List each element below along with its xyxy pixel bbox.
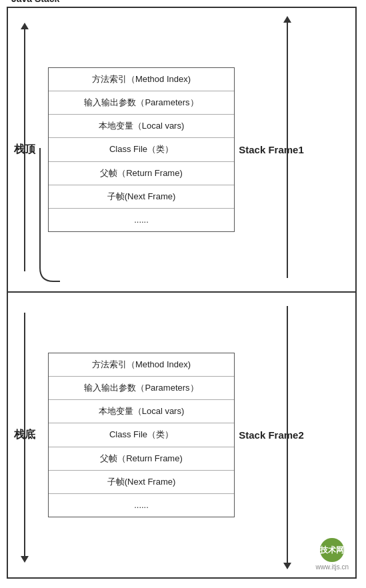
frame2-row-2: 本地变量（Local vars) <box>49 400 234 423</box>
stack-bottom-label-area: 栈底 <box>8 293 41 577</box>
frame1-row-0: 方法索引（Method Index) <box>49 68 234 91</box>
frame1-arrow <box>287 21 288 278</box>
frame1-row-5: 子帧(Next Frame) <box>49 185 234 209</box>
frame2-table: 方法索引（Method Index) 输入输出参数（Parameters） 本地… <box>48 353 235 517</box>
frame2-arrow <box>287 306 288 564</box>
frame2-row-4: 父帧（Return Frame) <box>49 447 234 471</box>
stack-frame1-text: Stack Frame1 <box>239 144 304 155</box>
stack-frame2-label-area: Stack Frame2 <box>235 293 308 577</box>
stack-frame1-label-area: Stack Frame1 <box>235 8 308 291</box>
frame1-row-2: 本地变量（Local vars) <box>49 115 234 138</box>
frame1-row-4: 父帧（Return Frame) <box>49 162 234 185</box>
frame1-row-1: 输入输出参数（Parameters） <box>49 91 234 115</box>
frame1-table: 方法索引（Method Index) 输入输出参数（Parameters） 本地… <box>48 67 235 232</box>
watermark-logo: 技术网 <box>320 538 344 562</box>
stack-frame2-text: Stack Frame2 <box>239 429 304 441</box>
frame2-row-1: 输入输出参数（Parameters） <box>49 377 234 400</box>
java-stack-title: Java Stack <box>11 0 59 4</box>
frame1-row-3: Class File（类） <box>49 138 234 161</box>
watermark-logo-text: 技术网 <box>320 545 344 556</box>
frame2-row-6: ...... <box>49 494 234 517</box>
frame2-row-3: Class File（类） <box>49 423 234 447</box>
top-half: 栈顶 方法索引（Method Index) 输入输出参数（Parameters）… <box>8 8 355 293</box>
bottom-half: 栈底 方法索引（Method Index) 输入输出参数（Parameters）… <box>8 293 355 577</box>
stack-top-text: 栈顶 <box>14 143 35 157</box>
frame1-row-6: ...... <box>49 209 234 231</box>
watermark: 技术网 www.itjs.cn <box>316 538 349 571</box>
java-stack-container: Java Stack 栈顶 方法索引（Method Index) 输入输出参数（… <box>7 7 357 579</box>
frame2-row-0: 方法索引（Method Index) <box>49 353 234 377</box>
watermark-url: www.itjs.cn <box>316 563 349 571</box>
frame2-row-5: 子帧(Next Frame) <box>49 471 234 494</box>
stack-top-label-area: 栈顶 <box>8 8 41 291</box>
stack-bottom-text: 栈底 <box>14 428 35 442</box>
